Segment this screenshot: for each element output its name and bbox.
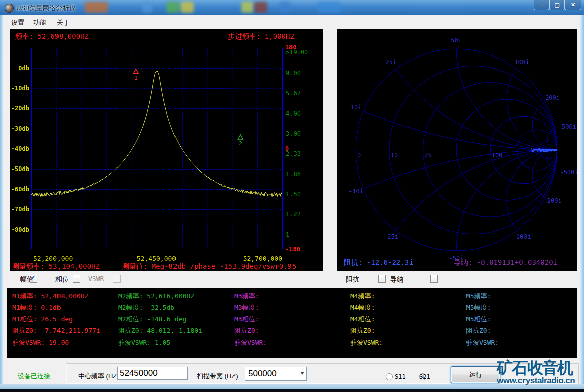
- checkbox-label-阻抗: 阻抗: [346, 275, 359, 284]
- radio-s11-label: S11: [395, 373, 406, 380]
- vswr-axis-label: 1.86: [286, 171, 301, 178]
- window-titlebar[interactable]: USB矢量网络分析仪 — ▢ ✕: [0, 0, 584, 15]
- vswr-axis-label: 1.50: [286, 191, 301, 198]
- desktop-icon-blur: [142, 2, 152, 13]
- menu-item-about[interactable]: 关于: [56, 18, 70, 27]
- span-label: 扫描带宽 (HZ): [197, 372, 238, 381]
- minimize-button[interactable]: —: [534, 0, 549, 10]
- marker-M1-field: 阻抗Z0: -7.742,211.977i: [12, 326, 100, 335]
- app-window: USB矢量网络分析仪 — ▢ ✕ 设置 功能 关于 频率: 52,698,000…: [0, 0, 584, 392]
- marker-M2-field: M2相位: -148.6 deg: [118, 315, 187, 324]
- marker-panel: [7, 288, 577, 358]
- desktop-icon-blur: [279, 2, 290, 13]
- db-axis-label: -80db: [9, 226, 29, 233]
- marker-M1-field: M1幅度: 0.1db: [12, 303, 61, 312]
- vswr-axis-label: 9.00: [286, 70, 301, 77]
- marker-M5-field: M5相位:: [466, 315, 491, 324]
- span-select[interactable]: 500000: [245, 367, 307, 381]
- marker-M5-field: M5幅度:: [466, 303, 491, 312]
- marker-M3-field: 阻抗Z0:: [234, 326, 259, 335]
- marker-M2-field: M2幅度: -32.5db: [118, 303, 174, 312]
- marker-M5-field: M5频率:: [466, 292, 491, 301]
- admittance-readout: 导纳: -0.019131+0.034020i: [454, 258, 557, 267]
- phase-axis-label: 0: [285, 145, 289, 152]
- maximize-button[interactable]: ▢: [549, 0, 565, 10]
- db-axis-label: -30db: [9, 125, 29, 132]
- vswr-axis-label: 5.67: [286, 90, 301, 97]
- marker-M3-field: M3频率:: [234, 292, 259, 301]
- db-axis-label: -60db: [9, 186, 29, 193]
- measured-value-text: 测量值: Meg-82db /phase -153.9deg/vswr0.95: [122, 262, 296, 271]
- checkbox-VSWR[interactable]: [113, 275, 121, 283]
- marker-M2-field: M2频率: 52,616,000HZ: [118, 292, 194, 301]
- marker-M4-field: M4频率:: [350, 292, 375, 301]
- window-title: USB矢量网络分析仪: [16, 4, 76, 13]
- db-axis-label: -10db: [9, 85, 29, 92]
- measured-frequency-text: 测量频率: 53,104,000HZ: [12, 262, 100, 271]
- magnitude-chart-canvas[interactable]: [10, 29, 323, 271]
- app-icon: [5, 4, 14, 13]
- vswr-axis-label: 3.00: [286, 130, 301, 137]
- menubar: [0, 15, 584, 29]
- phase-axis-label: 180: [285, 44, 297, 51]
- marker-M1-field: M1频率: 52,408,000HZ: [12, 292, 88, 301]
- desktop-icon-blur: [166, 2, 180, 13]
- desktop-icon-blur: [181, 2, 194, 13]
- marker-M4-field: M4幅度:: [350, 303, 375, 312]
- vswr-axis-label: 1: [286, 231, 289, 238]
- chevron-down-icon: [300, 372, 304, 375]
- x-axis-label: 52,450,000: [131, 255, 182, 262]
- checkbox-label-导纳: 导纳: [390, 275, 403, 284]
- marker-M5-field: 阻抗Z0:: [466, 326, 491, 335]
- impedance-readout: 阻抗: -12.6-22.3i: [344, 258, 414, 267]
- desktop-icon-blur: [85, 2, 108, 13]
- marker-M4-field: 驻波VSWR:: [350, 338, 383, 347]
- phase-axis-label: -180: [285, 246, 300, 253]
- db-axis-label: -20db: [9, 105, 29, 112]
- x-axis-label: 52,700,000: [232, 255, 282, 262]
- checkbox-label-相位: 相位: [55, 275, 69, 284]
- run-button[interactable]: 运行: [451, 366, 500, 383]
- checkbox-label-幅值: 幅值: [20, 275, 33, 284]
- checkbox-阻抗[interactable]: [378, 275, 386, 283]
- marker-M2-field: 驻波VSWR: 1.05: [118, 338, 170, 347]
- vswr-axis-label: 4.00: [286, 110, 301, 117]
- marker-M1-field: M1相位: 26.5 deg: [12, 315, 73, 324]
- desktop-icon-blur: [318, 2, 341, 13]
- desktop-icon-blur: [241, 2, 253, 13]
- close-button[interactable]: ✕: [565, 0, 581, 10]
- db-axis-label: -70db: [9, 206, 29, 213]
- frequency-readout: 频率: 52,698,000HZ: [15, 32, 89, 41]
- checkbox-导纳[interactable]: [430, 275, 438, 283]
- status-text: 设备已连接: [18, 372, 50, 381]
- db-axis-label: -40db: [9, 145, 29, 152]
- marker-M3-field: 驻波VSWR:: [234, 338, 267, 347]
- center-frequency-label: 中心频率 (HZ): [78, 372, 120, 381]
- marker-M4-field: M4相位:: [350, 315, 375, 324]
- db-axis-label: -50db: [9, 165, 29, 173]
- desktop-icon-blur: [254, 2, 267, 13]
- marker-M3-field: M3相位:: [234, 315, 259, 324]
- marker-M3-field: M3幅度:: [234, 303, 259, 312]
- window-border-left: [0, 15, 3, 389]
- marker-M5-field: 驻波VSWR:: [466, 338, 499, 347]
- checkbox-相位[interactable]: [73, 275, 80, 283]
- x-axis-label: 52,200,000: [33, 255, 84, 262]
- radio-s21-label: S21: [419, 373, 430, 380]
- menu-item-settings[interactable]: 设置: [11, 18, 24, 27]
- db-axis-label: 0db: [9, 65, 29, 72]
- window-border-bottom: [0, 384, 584, 389]
- marker-M4-field: 阻抗Z0:: [350, 326, 375, 335]
- menu-item-function[interactable]: 功能: [33, 18, 46, 27]
- step-frequency-readout: 步进频率: 1,000HZ: [228, 32, 295, 41]
- marker-M1-field: 驻波VSWR: 19.00: [12, 338, 69, 347]
- span-select-value: 500000: [248, 369, 277, 379]
- window-border-right: [580, 15, 584, 389]
- checkbox-label-VSWR: VSWR: [88, 275, 104, 283]
- marker-M2-field: 阻抗Z0: 48.012,-1.180i: [118, 326, 202, 335]
- taskbar-edge: [0, 389, 584, 392]
- vswr-axis-label: 1.22: [286, 211, 301, 218]
- center-frequency-input[interactable]: [117, 367, 188, 380]
- radio-s11[interactable]: [386, 373, 393, 380]
- smith-chart-canvas[interactable]: [337, 29, 577, 271]
